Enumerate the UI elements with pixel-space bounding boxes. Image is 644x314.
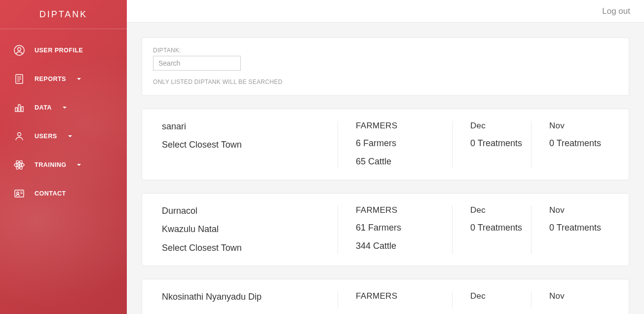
month-col: Dec 0 Treatments — [452, 121, 531, 168]
chevron-down-icon — [68, 135, 72, 137]
nav: USER PROFILE REPORTS DATA — [0, 29, 127, 208]
svg-point-10 — [19, 164, 20, 166]
month-col: Nov 0 Treatments — [531, 121, 616, 168]
month-col: Dec — [452, 291, 531, 308]
month-name: Dec — [470, 121, 524, 131]
bar-chart-icon — [13, 101, 26, 114]
nav-user-profile[interactable]: USER PROFILE — [0, 36, 127, 65]
sidebar: DIPTANK USER PROFILE REPORTS DATA — [0, 0, 127, 314]
diptank-card[interactable]: sanari Select Closest Town FARMERS 6 Far… — [142, 109, 629, 180]
diptank-card[interactable]: Nkosinathi Nyanyadu Dip FARMERS Dec Nov — [142, 279, 629, 314]
svg-point-9 — [18, 133, 21, 136]
users-icon — [13, 130, 26, 143]
month-col: Nov 0 Treatments — [531, 205, 616, 254]
svg-rect-7 — [18, 105, 20, 112]
farmers-col: FARMERS 61 Farmers 344 Cattle — [338, 205, 452, 254]
treatments-count: 0 Treatments — [470, 138, 524, 149]
farmers-heading: FARMERS — [356, 121, 445, 131]
nav-label: DATA — [35, 104, 52, 111]
farmers-col: FARMERS — [338, 291, 452, 308]
id-card-icon — [13, 187, 26, 200]
month-col: Dec 0 Treatments — [452, 205, 531, 254]
chevron-down-icon — [63, 107, 67, 109]
treatments-count: 0 Treatments — [549, 138, 609, 149]
diptank-info: Nkosinathi Nyanyadu Dip — [155, 291, 338, 308]
treatments-count: 0 Treatments — [470, 222, 524, 234]
treatments-count: 0 Treatments — [549, 222, 609, 234]
document-icon — [13, 73, 26, 85]
nav-users[interactable]: USERS — [0, 122, 127, 151]
svg-point-1 — [18, 47, 21, 50]
cattle-count: 344 Cattle — [356, 240, 445, 252]
main: Log out DIPTANK: ONLY LISTED DIPTANK WIL… — [127, 0, 644, 314]
topbar: Log out — [127, 0, 644, 23]
svg-point-15 — [17, 192, 19, 194]
search-input[interactable] — [153, 56, 241, 71]
search-label: DIPTANK: — [153, 47, 618, 54]
atom-icon — [13, 158, 26, 171]
nav-training[interactable]: TRAINING — [0, 151, 127, 179]
nav-contact[interactable]: CONTACT — [0, 179, 127, 208]
diptank-location: Select Closest Town — [162, 242, 331, 254]
nav-reports[interactable]: REPORTS — [0, 65, 127, 93]
diptank-name: sanari — [162, 121, 331, 132]
month-col: Nov — [531, 291, 616, 308]
diptank-name: Durnacol — [162, 205, 331, 217]
month-name: Nov — [549, 121, 609, 131]
farmers-heading: FARMERS — [356, 205, 445, 215]
cattle-count: 65 Cattle — [356, 156, 445, 167]
chevron-down-icon — [77, 164, 81, 166]
logout-button[interactable]: Log out — [602, 6, 630, 16]
diptank-name: Nkosinathi Nyanyadu Dip — [162, 291, 331, 303]
nav-label: USERS — [35, 133, 57, 140]
svg-rect-8 — [21, 107, 23, 112]
nav-label: USER PROFILE — [35, 47, 83, 54]
diptank-card[interactable]: Durnacol Kwazulu Natal Select Closest To… — [142, 193, 629, 266]
user-icon — [13, 44, 26, 57]
nav-label: TRAINING — [35, 161, 66, 168]
nav-label: REPORTS — [35, 76, 66, 82]
farmers-col: FARMERS 6 Farmers 65 Cattle — [338, 121, 452, 168]
month-name: Dec — [470, 291, 524, 301]
chevron-down-icon — [77, 78, 81, 80]
diptank-info: Durnacol Kwazulu Natal Select Closest To… — [155, 205, 338, 254]
content: DIPTANK: ONLY LISTED DIPTANK WILL BE SEA… — [127, 23, 644, 314]
nav-label: CONTACT — [35, 190, 66, 197]
diptank-location: Kwazulu Natal — [162, 224, 331, 235]
diptank-info: sanari Select Closest Town — [155, 121, 338, 168]
farmers-count: 61 Farmers — [356, 222, 445, 234]
nav-data[interactable]: DATA — [0, 93, 127, 122]
diptank-location: Select Closest Town — [162, 139, 331, 151]
svg-rect-6 — [15, 108, 17, 112]
month-name: Dec — [470, 205, 524, 215]
farmers-count: 6 Farmers — [356, 138, 445, 149]
search-card: DIPTANK: ONLY LISTED DIPTANK WILL BE SEA… — [142, 38, 629, 96]
svg-point-0 — [14, 45, 24, 55]
search-hint: ONLY LISTED DIPTANK WILL BE SEARCHED — [153, 78, 618, 85]
month-name: Nov — [549, 291, 609, 301]
month-name: Nov — [549, 205, 609, 215]
farmers-heading: FARMERS — [356, 291, 445, 301]
brand-title: DIPTANK — [0, 0, 127, 29]
